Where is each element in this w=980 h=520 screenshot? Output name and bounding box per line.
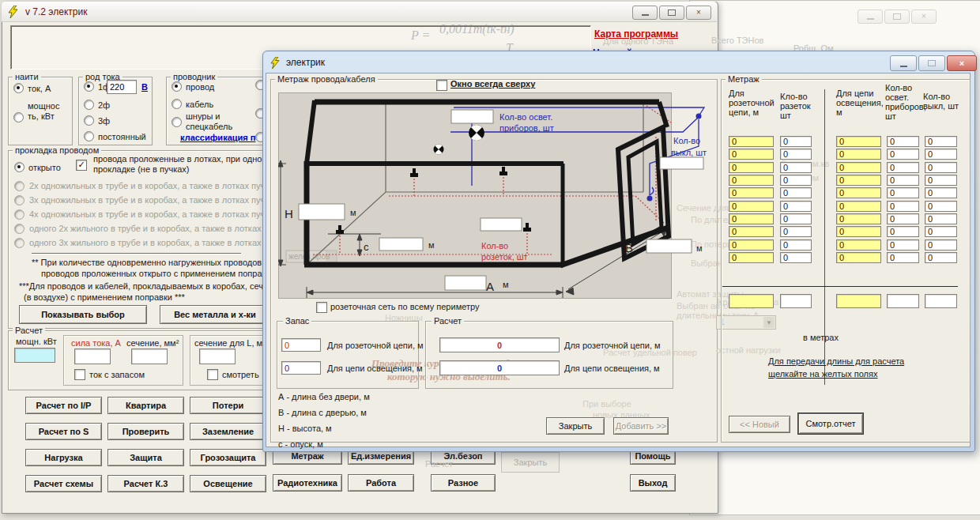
metrazh-cell[interactable]: 0 (925, 252, 957, 263)
radio-current[interactable]: ток, А (13, 83, 51, 93)
main-button[interactable]: Грозозащита (190, 449, 266, 466)
metrazh-cell[interactable]: 0 (925, 149, 957, 160)
show-selection-button[interactable]: Показывать выбор (19, 305, 147, 324)
metrazh-cell[interactable]: 0 (780, 239, 812, 251)
socket-count-input[interactable] (481, 218, 522, 231)
metrazh-cell[interactable]: 0 (729, 239, 774, 251)
metrazh-cell[interactable]: 0 (925, 175, 957, 186)
minimize-button[interactable] (890, 55, 917, 71)
metrazh-total-cell[interactable] (925, 294, 957, 308)
metrazh-cell[interactable]: 0 (836, 239, 881, 251)
metrazh-cell[interactable]: 0 (780, 136, 812, 147)
lamp-count-input[interactable] (451, 110, 493, 123)
metrazh-cell[interactable]: 0 (780, 213, 812, 224)
metrazh-cell[interactable]: 0 (836, 162, 881, 173)
current-margin-checkbox-row[interactable]: ток с запасом (74, 369, 145, 380)
maximize-button[interactable] (659, 6, 684, 20)
metrazh-cell[interactable]: 0 (729, 252, 774, 263)
main-button[interactable]: Проверить (107, 423, 184, 440)
metrazh-cell[interactable]: 0 (887, 252, 919, 263)
metrazh-cell[interactable]: 0 (887, 187, 919, 198)
laying-option[interactable]: 2х одножильных в трубе и в коробах, а та… (14, 179, 285, 193)
metrazh-cell[interactable]: 0 (925, 239, 957, 251)
margin-socket-input[interactable] (281, 338, 321, 352)
perimeter-checkbox[interactable] (316, 302, 327, 313)
metrazh-cell[interactable]: 0 (836, 201, 881, 212)
section-l-input[interactable] (199, 349, 236, 364)
metrazh-cell[interactable]: 0 (780, 226, 812, 237)
drop-input[interactable] (379, 238, 423, 251)
length-b-input[interactable] (646, 239, 692, 253)
main-button[interactable]: Освещение (190, 475, 266, 492)
close-button[interactable]: × (686, 6, 711, 20)
metrazh-cell[interactable]: 0 (729, 187, 774, 198)
main-titlebar[interactable]: v 7.2 электрик (2, 2, 717, 22)
voltage-input[interactable] (107, 80, 137, 94)
close-button[interactable]: × (947, 55, 977, 71)
radio-dc[interactable]: постоянный (84, 131, 146, 141)
radio-3f[interactable]: 3ф (84, 115, 110, 126)
metrazh-cell[interactable]: 0 (729, 201, 774, 212)
section-input[interactable] (131, 349, 168, 364)
voltage-link[interactable]: В (141, 82, 148, 92)
main-button[interactable]: Нагрузка (25, 449, 102, 466)
metrazh-cell[interactable]: 0 (836, 187, 881, 198)
metal-weight-button[interactable]: Вес металла и х-ки (160, 305, 270, 324)
metrazh-cell[interactable]: 0 (887, 136, 919, 147)
radio-cable[interactable]: кабель (172, 99, 213, 109)
metrazh-cell[interactable]: 0 (836, 136, 881, 147)
main-button[interactable]: Расчет К.3 (107, 475, 184, 492)
view-report-button[interactable]: Смотр.отчет (798, 413, 863, 434)
metrazh-cell[interactable]: 0 (887, 162, 919, 173)
metrazh-cell[interactable]: 0 (729, 175, 774, 186)
height-input[interactable] (299, 204, 345, 220)
metrazh-cell[interactable]: 0 (729, 213, 774, 224)
metrazh-cell[interactable]: 0 (836, 226, 881, 237)
main-button[interactable]: Расчет по S (25, 423, 102, 440)
main-button[interactable]: Защита (107, 449, 184, 466)
radio-open[interactable]: открыто (14, 162, 61, 172)
metrazh-total-cell[interactable] (780, 294, 812, 308)
main-button[interactable]: Заземление (190, 423, 266, 440)
metrazh-cell[interactable]: 0 (729, 149, 774, 160)
metrazh-cell[interactable]: 0 (887, 213, 919, 224)
main-button[interactable]: Квартира (107, 397, 184, 414)
footer-button[interactable]: Выход (630, 474, 676, 492)
current-input[interactable] (74, 349, 111, 364)
metrazh-cell[interactable]: 0 (925, 201, 957, 212)
minimize-button[interactable] (632, 6, 658, 20)
metrazh-cell[interactable]: 0 (887, 149, 919, 160)
radio-power[interactable]: мощность, кВт (13, 101, 62, 122)
margin-light-input[interactable] (281, 361, 321, 375)
metrazh-cell[interactable]: 0 (780, 149, 812, 160)
metrazh-cell[interactable]: 0 (925, 136, 957, 147)
length-a-input[interactable] (445, 276, 486, 290)
metrazh-total-cell[interactable] (887, 294, 919, 308)
radio-cords[interactable]: шнуры и спецкабель (172, 111, 257, 132)
new-button[interactable]: << Новый (729, 416, 790, 433)
metrazh-total-cell[interactable] (729, 294, 774, 308)
metrazh-cell[interactable]: 0 (887, 226, 919, 237)
radio-2f[interactable]: 2ф (84, 100, 110, 110)
metrazh-cell[interactable]: 0 (887, 175, 919, 186)
watch-checkbox-row[interactable]: смотреть (207, 369, 259, 380)
maximize-button[interactable] (918, 55, 945, 71)
metrazh-cell[interactable]: 0 (780, 201, 812, 212)
watch-checkbox[interactable] (207, 369, 218, 380)
current-margin-checkbox[interactable] (74, 369, 85, 380)
close-dialog-button[interactable]: Закрыть (546, 417, 605, 435)
footer-button[interactable]: Радиотехника (273, 474, 342, 492)
metrazh-cell[interactable]: 0 (887, 201, 919, 212)
trays-checkbox[interactable] (76, 160, 87, 171)
metrazh-cell[interactable]: 0 (729, 162, 774, 173)
power-input[interactable] (14, 348, 55, 363)
laying-option[interactable]: одного 2х жильного в трубе и в коробах, … (14, 221, 285, 236)
radio-wire[interactable]: провод (172, 81, 214, 92)
metrazh-cell[interactable]: 0 (780, 162, 812, 173)
always-on-top-checkbox[interactable] (436, 80, 447, 91)
metrazh-cell[interactable]: 0 (780, 175, 812, 186)
footer-button[interactable]: Работа (348, 474, 414, 492)
add-button[interactable]: Добавить >> (613, 417, 669, 435)
metrazh-cell[interactable]: 0 (925, 162, 957, 173)
dialog-titlebar[interactable]: электрик (266, 52, 971, 73)
